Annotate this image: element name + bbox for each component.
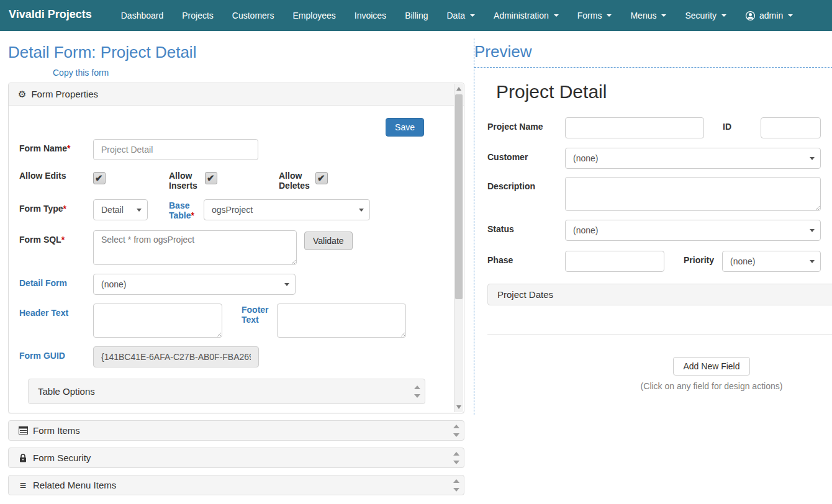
preview-content: Project Detail Project Name ID Customer … (487, 81, 832, 391)
scrollbar-up-icon[interactable] (456, 87, 461, 91)
select-caret-icon (810, 229, 815, 232)
project-name-input[interactable] (565, 117, 704, 138)
validate-button[interactable]: Validate (304, 232, 353, 250)
nav-employees[interactable]: Employees (284, 0, 345, 31)
allow-deletes-checkbox[interactable] (315, 172, 328, 184)
phase-row: Phase Priority (none) (487, 251, 832, 272)
phase-label: Phase (487, 251, 565, 265)
nav-menus-menu[interactable]: Menus (621, 0, 676, 31)
table-options-panel[interactable]: Table Options (28, 379, 425, 404)
status-label: Status (487, 220, 565, 234)
form-security-panel[interactable]: Form Security (8, 448, 464, 468)
nav-customers[interactable]: Customers (223, 0, 284, 31)
select-caret-icon (810, 260, 815, 263)
list-icon (18, 426, 28, 434)
caret-up-icon[interactable] (453, 452, 459, 456)
allow-deletes-label: Allow Deletes (279, 169, 315, 191)
related-menu-items-panel[interactable]: ≡ Related Menu Items (8, 475, 464, 495)
nav-forms-menu[interactable]: Forms (568, 0, 622, 31)
copy-form-link[interactable]: Copy this form (53, 68, 109, 78)
nav-user-menu[interactable]: admin (736, 0, 802, 31)
panel-scrollbar[interactable] (454, 84, 463, 412)
caret-down-icon[interactable] (453, 488, 459, 492)
select-caret-icon (137, 209, 142, 212)
chevron-down-icon (788, 14, 793, 17)
form-type-row: Form Type* Detail Base Table* ogsProject (19, 199, 439, 220)
select-caret-icon (284, 283, 289, 286)
caret-down-icon[interactable] (453, 433, 459, 437)
form-items-panel[interactable]: Form Items (8, 420, 464, 441)
caret-up-icon[interactable] (453, 425, 459, 428)
menu-lines-icon: ≡ (18, 481, 28, 490)
allow-edits-checkbox[interactable] (93, 172, 106, 184)
allow-flags-row: Allow Edits Allow Inserts Allow Deletes (19, 169, 439, 191)
id-input[interactable] (761, 117, 821, 138)
chevron-down-icon (661, 14, 666, 17)
preview-separator (487, 334, 832, 335)
nav-invoices[interactable]: Invoices (345, 0, 396, 31)
caret-up-icon[interactable] (414, 385, 420, 389)
nav-dashboard[interactable]: Dashboard (112, 0, 173, 31)
select-caret-icon (810, 157, 815, 160)
page-title: Detail Form: Project Detail (8, 43, 464, 62)
caret-up-icon[interactable] (453, 479, 459, 483)
customer-label: Customer (487, 148, 565, 162)
customer-select[interactable]: (none) (565, 148, 821, 169)
scrollbar-thumb[interactable] (455, 94, 463, 299)
priority-select[interactable]: (none) (722, 251, 821, 272)
nav-billing[interactable]: Billing (396, 0, 437, 31)
project-dates-header[interactable]: Project Dates (487, 284, 832, 305)
brand[interactable]: Vivaldi Projects (0, 0, 101, 31)
form-properties-header[interactable]: ⚙ Form Properties (9, 83, 464, 106)
phase-input[interactable] (565, 251, 664, 272)
collapse-carets (414, 385, 420, 398)
base-table-select[interactable]: ogsProject (204, 199, 370, 220)
description-label: Description (487, 177, 565, 191)
form-guid-row: Form GUID (19, 346, 439, 367)
caret-down-icon[interactable] (453, 461, 459, 464)
user-icon (745, 11, 756, 21)
chevron-down-icon (721, 14, 726, 17)
form-guid-label: Form GUID (19, 346, 93, 361)
required-mark: * (191, 210, 194, 220)
preview-divider (474, 67, 832, 68)
select-caret-icon (359, 209, 364, 212)
form-guid-input (93, 346, 259, 367)
required-mark: * (63, 204, 66, 214)
footer-text-textarea[interactable] (277, 304, 406, 338)
design-hint: (Click on any field for design actions) (487, 381, 832, 391)
header-text-label: Header Text (19, 304, 93, 318)
nav-administration-menu[interactable]: Administration (484, 0, 568, 31)
required-mark: * (67, 143, 70, 153)
lock-icon (18, 454, 28, 462)
header-text-wrap (93, 304, 222, 338)
base-table-label: Base Table* (169, 199, 204, 220)
form-sql-textarea[interactable]: Select * from ogsProject (93, 230, 297, 265)
caret-down-icon[interactable] (414, 394, 420, 398)
description-textarea[interactable] (565, 177, 821, 211)
description-row: Description (487, 177, 832, 211)
description-wrap (565, 177, 821, 211)
allow-inserts-checkbox[interactable] (205, 172, 217, 184)
form-sql-row: Form SQL* Select * from ogsProject Valid… (19, 230, 439, 265)
id-label: ID (723, 117, 740, 132)
form-properties-body: Save Form Name* Allow Edits Allow Insert… (9, 106, 464, 413)
scrollbar-down-icon[interactable] (456, 405, 461, 409)
preview-form-title[interactable]: Project Detail (496, 81, 832, 102)
nav-data-menu[interactable]: Data (437, 0, 484, 31)
form-name-row: Form Name* (19, 139, 439, 160)
status-row: Status (none) (487, 220, 832, 241)
header-text-textarea[interactable] (93, 304, 222, 338)
add-new-field-button[interactable]: Add New Field (673, 357, 749, 376)
nav-projects[interactable]: Projects (173, 0, 223, 31)
form-sql-label: Form SQL* (19, 230, 93, 245)
form-name-input[interactable] (93, 139, 258, 160)
save-button[interactable]: Save (386, 118, 424, 137)
nav-security-menu[interactable]: Security (676, 0, 736, 31)
nav-items: Dashboard Projects Customers Employees I… (112, 0, 802, 31)
detail-form-label: Detail Form (19, 274, 93, 288)
status-select[interactable]: (none) (565, 220, 821, 241)
form-type-label: Form Type* (19, 199, 93, 214)
detail-form-select[interactable]: (none) (93, 274, 296, 295)
form-type-select[interactable]: Detail (93, 199, 148, 220)
